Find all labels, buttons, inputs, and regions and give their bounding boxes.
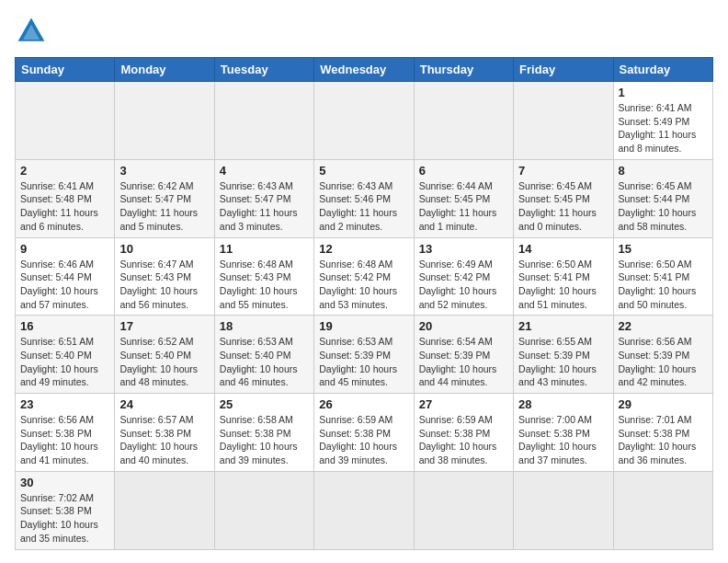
calendar-cell: 20Sunrise: 6:54 AMSunset: 5:39 PMDayligh… xyxy=(414,316,513,394)
calendar: SundayMondayTuesdayWednesdayThursdayFrid… xyxy=(15,57,713,550)
calendar-cell xyxy=(115,471,214,549)
calendar-week-row: 16Sunrise: 6:51 AMSunset: 5:40 PMDayligh… xyxy=(16,316,713,394)
day-number: 8 xyxy=(619,164,708,178)
calendar-week-row: 9Sunrise: 6:46 AMSunset: 5:44 PMDaylight… xyxy=(16,237,713,316)
calendar-cell: 21Sunrise: 6:55 AMSunset: 5:39 PMDayligh… xyxy=(514,316,613,394)
weekday-header-friday: Friday xyxy=(514,58,613,82)
day-info: Sunrise: 6:41 AMSunset: 5:49 PMDaylight:… xyxy=(619,101,708,155)
calendar-cell xyxy=(613,471,712,549)
day-number: 13 xyxy=(419,242,508,256)
calendar-cell: 9Sunrise: 6:46 AMSunset: 5:44 PMDaylight… xyxy=(16,237,115,316)
calendar-cell: 24Sunrise: 6:57 AMSunset: 5:38 PMDayligh… xyxy=(115,394,214,472)
calendar-cell: 17Sunrise: 6:52 AMSunset: 5:40 PMDayligh… xyxy=(115,316,214,394)
day-number: 4 xyxy=(220,164,309,178)
day-info: Sunrise: 7:00 AMSunset: 5:38 PMDaylight:… xyxy=(518,413,608,467)
calendar-cell: 7Sunrise: 6:45 AMSunset: 5:45 PMDaylight… xyxy=(514,159,613,237)
calendar-cell xyxy=(16,82,115,160)
calendar-cell: 19Sunrise: 6:53 AMSunset: 5:39 PMDayligh… xyxy=(314,316,414,394)
day-number: 24 xyxy=(119,397,209,411)
calendar-cell: 28Sunrise: 7:00 AMSunset: 5:38 PMDayligh… xyxy=(514,394,613,472)
day-info: Sunrise: 6:42 AMSunset: 5:47 PMDaylight:… xyxy=(119,179,209,234)
day-number: 18 xyxy=(220,319,309,333)
calendar-cell xyxy=(214,471,313,549)
calendar-cell: 10Sunrise: 6:47 AMSunset: 5:43 PMDayligh… xyxy=(115,237,214,316)
day-number: 1 xyxy=(619,86,708,99)
calendar-cell: 15Sunrise: 6:50 AMSunset: 5:41 PMDayligh… xyxy=(613,237,712,316)
weekday-header-row: SundayMondayTuesdayWednesdayThursdayFrid… xyxy=(16,58,713,82)
calendar-cell: 1Sunrise: 6:41 AMSunset: 5:49 PMDaylight… xyxy=(613,82,712,160)
calendar-cell: 5Sunrise: 6:43 AMSunset: 5:46 PMDaylight… xyxy=(314,159,414,237)
calendar-cell: 4Sunrise: 6:43 AMSunset: 5:47 PMDaylight… xyxy=(214,159,313,237)
day-info: Sunrise: 6:45 AMSunset: 5:44 PMDaylight:… xyxy=(619,179,708,234)
day-info: Sunrise: 6:56 AMSunset: 5:39 PMDaylight:… xyxy=(619,335,708,389)
day-info: Sunrise: 6:52 AMSunset: 5:40 PMDaylight:… xyxy=(119,335,209,389)
day-number: 21 xyxy=(518,319,608,333)
calendar-cell: 22Sunrise: 6:56 AMSunset: 5:39 PMDayligh… xyxy=(613,316,712,394)
calendar-week-row: 23Sunrise: 6:56 AMSunset: 5:38 PMDayligh… xyxy=(16,394,713,472)
day-number: 26 xyxy=(319,397,408,411)
calendar-cell: 11Sunrise: 6:48 AMSunset: 5:43 PMDayligh… xyxy=(214,237,313,316)
day-number: 6 xyxy=(419,164,508,178)
day-number: 12 xyxy=(319,242,408,256)
logo-icon xyxy=(15,15,48,48)
day-info: Sunrise: 6:48 AMSunset: 5:42 PMDaylight:… xyxy=(319,258,408,312)
day-number: 23 xyxy=(20,397,109,411)
day-info: Sunrise: 6:58 AMSunset: 5:38 PMDaylight:… xyxy=(220,413,309,467)
day-info: Sunrise: 6:43 AMSunset: 5:47 PMDaylight:… xyxy=(220,179,309,234)
day-info: Sunrise: 6:59 AMSunset: 5:38 PMDaylight:… xyxy=(419,413,508,467)
calendar-cell: 16Sunrise: 6:51 AMSunset: 5:40 PMDayligh… xyxy=(16,316,115,394)
day-info: Sunrise: 6:50 AMSunset: 5:41 PMDaylight:… xyxy=(619,258,708,312)
day-info: Sunrise: 6:53 AMSunset: 5:39 PMDaylight:… xyxy=(319,335,408,389)
day-info: Sunrise: 6:57 AMSunset: 5:38 PMDaylight:… xyxy=(119,413,209,467)
day-info: Sunrise: 6:43 AMSunset: 5:46 PMDaylight:… xyxy=(319,179,408,234)
day-number: 15 xyxy=(619,242,708,256)
page-header xyxy=(15,15,713,48)
day-number: 2 xyxy=(20,164,109,178)
logo xyxy=(15,15,51,48)
day-info: Sunrise: 6:59 AMSunset: 5:38 PMDaylight:… xyxy=(319,413,408,467)
day-number: 17 xyxy=(119,319,209,333)
calendar-week-row: 1Sunrise: 6:41 AMSunset: 5:49 PMDaylight… xyxy=(16,82,713,160)
day-info: Sunrise: 6:47 AMSunset: 5:43 PMDaylight:… xyxy=(119,258,209,312)
day-number: 7 xyxy=(518,164,608,178)
day-number: 29 xyxy=(619,397,708,411)
day-number: 20 xyxy=(419,319,508,333)
calendar-cell xyxy=(414,471,513,549)
calendar-cell: 12Sunrise: 6:48 AMSunset: 5:42 PMDayligh… xyxy=(314,237,414,316)
day-number: 16 xyxy=(20,319,109,333)
day-info: Sunrise: 6:54 AMSunset: 5:39 PMDaylight:… xyxy=(419,335,508,389)
weekday-header-monday: Monday xyxy=(115,58,214,82)
calendar-cell: 18Sunrise: 6:53 AMSunset: 5:40 PMDayligh… xyxy=(214,316,313,394)
day-info: Sunrise: 6:50 AMSunset: 5:41 PMDaylight:… xyxy=(518,258,608,312)
day-info: Sunrise: 6:51 AMSunset: 5:40 PMDaylight:… xyxy=(20,335,109,389)
day-info: Sunrise: 6:46 AMSunset: 5:44 PMDaylight:… xyxy=(20,258,109,312)
day-number: 28 xyxy=(518,397,608,411)
day-number: 11 xyxy=(220,242,309,256)
day-number: 10 xyxy=(119,242,209,256)
calendar-cell: 14Sunrise: 6:50 AMSunset: 5:41 PMDayligh… xyxy=(514,237,613,316)
day-info: Sunrise: 6:45 AMSunset: 5:45 PMDaylight:… xyxy=(518,179,608,234)
calendar-week-row: 30Sunrise: 7:02 AMSunset: 5:38 PMDayligh… xyxy=(16,471,713,549)
calendar-cell: 26Sunrise: 6:59 AMSunset: 5:38 PMDayligh… xyxy=(314,394,414,472)
day-info: Sunrise: 7:02 AMSunset: 5:38 PMDaylight:… xyxy=(20,491,109,546)
calendar-cell: 13Sunrise: 6:49 AMSunset: 5:42 PMDayligh… xyxy=(414,237,513,316)
day-number: 3 xyxy=(119,164,209,178)
day-info: Sunrise: 6:55 AMSunset: 5:39 PMDaylight:… xyxy=(518,335,608,389)
day-number: 30 xyxy=(20,476,109,489)
day-number: 14 xyxy=(518,242,608,256)
calendar-cell: 29Sunrise: 7:01 AMSunset: 5:38 PMDayligh… xyxy=(613,394,712,472)
day-number: 25 xyxy=(220,397,309,411)
calendar-cell xyxy=(214,82,313,160)
weekday-header-thursday: Thursday xyxy=(414,58,513,82)
day-info: Sunrise: 6:49 AMSunset: 5:42 PMDaylight:… xyxy=(419,258,508,312)
weekday-header-tuesday: Tuesday xyxy=(214,58,313,82)
day-number: 27 xyxy=(419,397,508,411)
calendar-cell: 23Sunrise: 6:56 AMSunset: 5:38 PMDayligh… xyxy=(16,394,115,472)
weekday-header-wednesday: Wednesday xyxy=(314,58,414,82)
day-info: Sunrise: 6:41 AMSunset: 5:48 PMDaylight:… xyxy=(20,179,109,234)
day-number: 5 xyxy=(319,164,408,178)
calendar-cell: 6Sunrise: 6:44 AMSunset: 5:45 PMDaylight… xyxy=(414,159,513,237)
day-info: Sunrise: 6:56 AMSunset: 5:38 PMDaylight:… xyxy=(20,413,109,467)
day-number: 22 xyxy=(619,319,708,333)
calendar-cell: 3Sunrise: 6:42 AMSunset: 5:47 PMDaylight… xyxy=(115,159,214,237)
